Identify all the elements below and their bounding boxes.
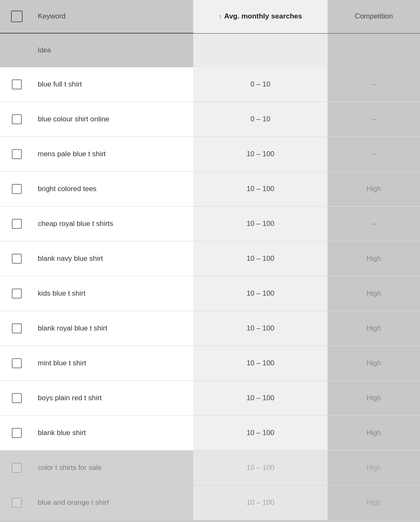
row-checkbox[interactable] <box>12 149 22 159</box>
keyword-header[interactable]: Keyword <box>34 12 193 21</box>
competition-value: High <box>367 185 381 193</box>
searches-header[interactable]: ↑ Avg. monthly searches <box>193 0 328 33</box>
searches-value: 10 – 100 <box>247 429 274 437</box>
idea-searches-cell <box>193 34 328 67</box>
row-competition: High <box>328 276 420 311</box>
row-competition: High <box>328 485 420 520</box>
row-searches: 10 – 100 <box>193 381 328 415</box>
row-checkbox[interactable] <box>12 254 22 264</box>
keyword-text: color t shirts for sale <box>38 464 102 472</box>
searches-value: 0 – 10 <box>250 115 270 123</box>
table-body: blue full t shirt 0 – 10 – blue colour s… <box>0 67 420 520</box>
row-checkbox[interactable] <box>12 323 22 333</box>
row-checkbox[interactable] <box>12 289 22 299</box>
keyword-table: Keyword ↑ Avg. monthly searches Competit… <box>0 0 420 520</box>
keyword-text: blue full t shirt <box>38 80 82 89</box>
table-row: blue colour shirt online 0 – 10 – <box>0 102 420 137</box>
keyword-text: kids blue t shirt <box>38 289 85 298</box>
row-competition: High <box>328 241 420 276</box>
searches-value: 10 – 100 <box>247 185 274 193</box>
row-searches: 10 – 100 <box>193 416 328 450</box>
row-searches: 10 – 100 <box>193 241 328 276</box>
row-searches: 10 – 100 <box>193 207 328 241</box>
row-checkbox-cell <box>0 207 34 241</box>
row-checkbox-cell <box>0 172 34 206</box>
row-searches: 10 – 100 <box>193 346 328 380</box>
row-searches: 10 – 100 <box>193 451 328 485</box>
row-checkbox[interactable] <box>12 184 22 194</box>
table-row: kids blue t shirt 10 – 100 High <box>0 276 420 311</box>
row-checkbox[interactable] <box>12 79 22 89</box>
keyword-text: mens pale blue t shirt <box>38 150 106 158</box>
row-searches: 10 – 100 <box>193 311 328 346</box>
table-row: mint blue t shirt 10 – 100 High <box>0 346 420 381</box>
competition-value: High <box>367 324 381 333</box>
table-row: boys plain red t shirt 10 – 100 High <box>0 381 420 416</box>
table-row: blank blue shirt 10 – 100 High <box>0 416 420 451</box>
row-keyword: blue colour shirt online <box>34 102 193 136</box>
row-searches: 10 – 100 <box>193 137 328 171</box>
competition-value: High <box>367 429 381 437</box>
row-competition: – <box>328 102 420 136</box>
searches-value: 0 – 10 <box>250 80 270 89</box>
table-row: color t shirts for sale 10 – 100 High <box>0 451 420 485</box>
row-checkbox[interactable] <box>12 498 22 508</box>
competition-value: High <box>367 254 381 263</box>
row-searches: 0 – 10 <box>193 102 328 136</box>
competition-value: High <box>367 464 381 472</box>
row-checkbox[interactable] <box>12 428 22 438</box>
keyword-text: boys plain red t shirt <box>38 394 102 402</box>
idea-competition-cell <box>328 34 420 67</box>
row-competition: – <box>328 67 420 102</box>
row-checkbox[interactable] <box>12 219 22 229</box>
row-competition: High <box>328 416 420 450</box>
searches-value: 10 – 100 <box>247 359 274 367</box>
row-searches: 0 – 10 <box>193 67 328 102</box>
row-checkbox-cell <box>0 241 34 276</box>
row-keyword: blue and orange t shirt <box>34 485 193 520</box>
keyword-text: bright colored tees <box>38 185 97 193</box>
keyword-text: blank blue shirt <box>38 429 86 437</box>
row-checkbox[interactable] <box>12 358 22 368</box>
competition-value: High <box>367 498 381 507</box>
keyword-text: blue and orange t shirt <box>38 498 109 507</box>
row-checkbox[interactable] <box>12 114 22 124</box>
row-checkbox[interactable] <box>12 393 22 403</box>
row-checkbox-cell <box>0 381 34 415</box>
row-keyword: mens pale blue t shirt <box>34 137 193 171</box>
select-all-checkbox[interactable] <box>11 10 23 22</box>
sort-control[interactable]: ↑ Avg. monthly searches <box>219 12 302 21</box>
row-keyword: blank blue shirt <box>34 416 193 450</box>
searches-value: 10 – 100 <box>247 220 274 228</box>
row-competition: – <box>328 137 420 171</box>
row-checkbox[interactable] <box>12 463 22 473</box>
table-row: bright colored tees 10 – 100 High <box>0 172 420 207</box>
row-competition: High <box>328 451 420 485</box>
keyword-text: blank navy blue shirt <box>38 254 103 263</box>
row-competition: – <box>328 207 420 241</box>
competition-header[interactable]: Competition <box>328 0 420 33</box>
searches-value: 10 – 100 <box>247 498 274 507</box>
header-checkbox-cell <box>0 10 34 22</box>
row-checkbox-cell <box>0 451 34 485</box>
competition-value: High <box>367 359 381 367</box>
searches-value: 10 – 100 <box>247 289 274 298</box>
keyword-text: blank royal blue t shirt <box>38 324 107 333</box>
row-searches: 10 – 100 <box>193 276 328 311</box>
table-row: blue full t shirt 0 – 10 – <box>0 67 420 102</box>
row-checkbox-cell <box>0 276 34 311</box>
row-checkbox-cell <box>0 102 34 136</box>
searches-value: 10 – 100 <box>247 150 274 158</box>
table-row: blue and orange t shirt 10 – 100 High <box>0 485 420 520</box>
row-searches: 10 – 100 <box>193 172 328 206</box>
sort-up-icon: ↑ <box>219 13 222 20</box>
row-checkbox-cell <box>0 311 34 346</box>
idea-section-row: Idea <box>0 34 420 67</box>
row-checkbox-cell <box>0 137 34 171</box>
searches-value: 10 – 100 <box>247 254 274 263</box>
row-competition: High <box>328 346 420 380</box>
row-checkbox-cell <box>0 416 34 450</box>
keyword-text: cheap royal blue t shirts <box>38 220 113 228</box>
row-keyword: color t shirts for sale <box>34 451 193 485</box>
row-keyword: blue full t shirt <box>34 67 193 102</box>
